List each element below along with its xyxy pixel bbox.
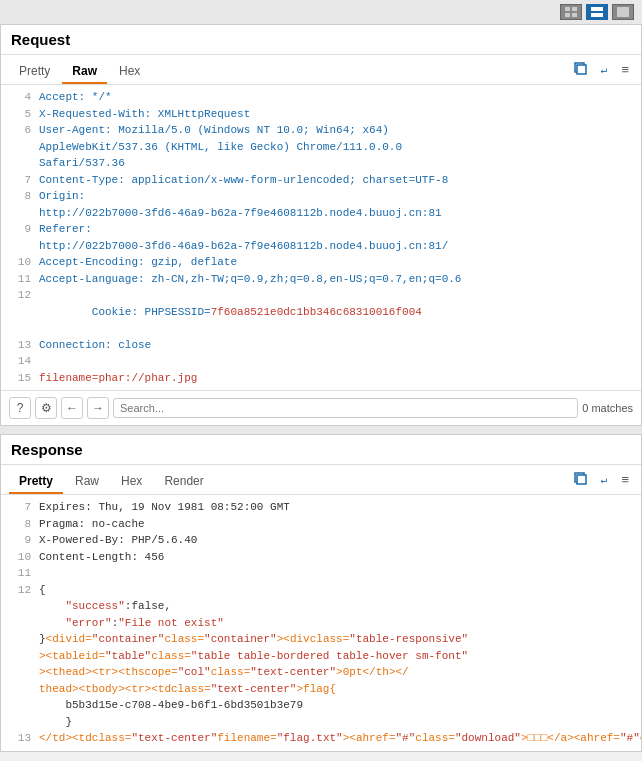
- matches-count: 0 matches: [582, 402, 633, 414]
- code-line-14: 14: [9, 353, 633, 370]
- forward-icon-btn[interactable]: →: [87, 397, 109, 419]
- resp-line-7: 7 Expires: Thu, 19 Nov 1981 08:52:00 GMT: [9, 499, 633, 516]
- code-line-5: 5 X-Requested-With: XMLHttpRequest: [9, 106, 633, 123]
- request-panel: Request Pretty Raw Hex ↵ ≡ 4 Accept: */*…: [0, 24, 642, 426]
- code-line-10: 10 Accept-Encoding: gzip, deflate: [9, 254, 633, 271]
- back-icon-btn[interactable]: ←: [61, 397, 83, 419]
- code-line-9: 9 Referer: http://022b7000-3fd6-46a9-b62…: [9, 221, 633, 254]
- resp-line-9: 9 X-Powered-By: PHP/5.6.40: [9, 532, 633, 549]
- tab-hex[interactable]: Hex: [109, 60, 150, 84]
- top-bar: [0, 0, 642, 24]
- svg-rect-8: [577, 65, 586, 74]
- panel-divider: [0, 426, 642, 434]
- response-newline-icon-btn[interactable]: ↵: [597, 471, 612, 488]
- help-icon-btn[interactable]: ?: [9, 397, 31, 419]
- tab-pretty[interactable]: Pretty: [9, 60, 60, 84]
- response-tab-actions: ↵ ≡: [569, 469, 633, 494]
- request-tabs: Pretty Raw Hex ↵ ≡: [1, 55, 641, 85]
- settings-icon-btn[interactable]: ⚙: [35, 397, 57, 419]
- grid-view-btn[interactable]: [560, 4, 582, 20]
- code-line-13: 13 Connection: close: [9, 337, 633, 354]
- newline-icon-btn[interactable]: ↵: [597, 61, 612, 78]
- search-bar: ? ⚙ ← → 0 matches: [1, 390, 641, 425]
- svg-rect-10: [577, 475, 586, 484]
- svg-rect-6: [617, 7, 629, 17]
- tab-response-pretty[interactable]: Pretty: [9, 470, 63, 494]
- code-line-7: 7 Content-Type: application/x-www-form-u…: [9, 172, 633, 189]
- resp-line-13: 13 </td><tdclass="text-center"filename="…: [9, 730, 633, 747]
- tab-response-hex[interactable]: Hex: [111, 470, 152, 494]
- resp-line-8: 8 Pragma: no-cache: [9, 516, 633, 533]
- resp-line-10: 10 Content-Length: 456: [9, 549, 633, 566]
- svg-rect-0: [565, 7, 570, 11]
- tab-raw[interactable]: Raw: [62, 60, 107, 84]
- code-line-12: 12 Cookie: PHPSESSID=7f60a8521e0dc1bb346…: [9, 287, 633, 337]
- response-code-area: 7 Expires: Thu, 19 Nov 1981 08:52:00 GMT…: [1, 495, 641, 751]
- svg-rect-5: [591, 13, 603, 17]
- code-line-15: 15 filename=phar://phar.jpg: [9, 370, 633, 387]
- resp-line-11: 11: [9, 565, 633, 582]
- svg-rect-3: [572, 13, 577, 17]
- single-view-btn[interactable]: [612, 4, 634, 20]
- menu-icon-btn[interactable]: ≡: [617, 60, 633, 79]
- response-menu-icon-btn[interactable]: ≡: [617, 470, 633, 489]
- tab-response-render[interactable]: Render: [154, 470, 213, 494]
- resp-line-12: 12 { "success":false, "error":"File not …: [9, 582, 633, 731]
- svg-rect-4: [591, 7, 603, 11]
- code-line-6: 6 User-Agent: Mozilla/5.0 (Windows NT 10…: [9, 122, 633, 172]
- split-view-btn[interactable]: [586, 4, 608, 20]
- code-line-8: 8 Origin: http://022b7000-3fd6-46a9-b62a…: [9, 188, 633, 221]
- svg-rect-2: [565, 13, 570, 17]
- code-line-11: 11 Accept-Language: zh-CN,zh-TW;q=0.9,zh…: [9, 271, 633, 288]
- search-input[interactable]: [113, 398, 578, 418]
- request-tab-actions: ↵ ≡: [569, 59, 633, 84]
- response-tabs: Pretty Raw Hex Render ↵ ≡: [1, 465, 641, 495]
- response-panel: Response Pretty Raw Hex Render ↵ ≡ 7 Exp…: [0, 434, 642, 752]
- response-title: Response: [1, 435, 641, 465]
- code-line-4: 4 Accept: */*: [9, 89, 633, 106]
- request-title: Request: [1, 25, 641, 55]
- tab-response-raw[interactable]: Raw: [65, 470, 109, 494]
- copy-icon-btn[interactable]: [569, 59, 591, 80]
- svg-rect-1: [572, 7, 577, 11]
- request-code-area: 4 Accept: */* 5 X-Requested-With: XMLHtt…: [1, 85, 641, 390]
- response-copy-icon-btn[interactable]: [569, 469, 591, 490]
